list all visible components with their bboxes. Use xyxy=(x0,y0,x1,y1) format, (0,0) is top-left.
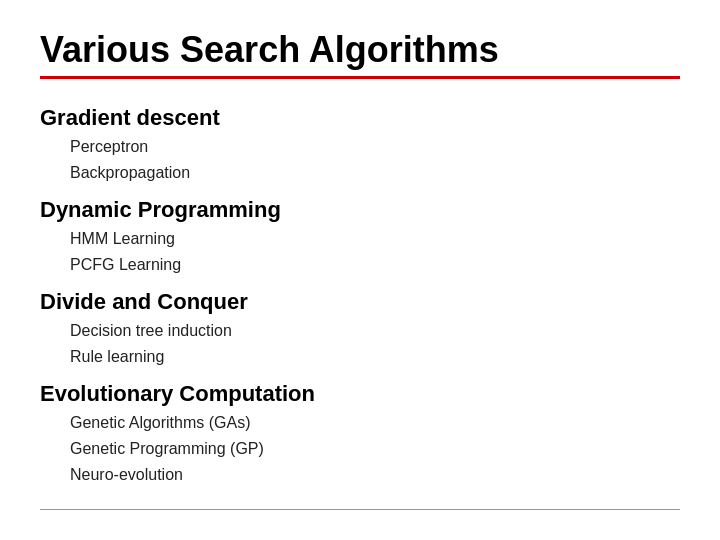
title-section: Various Search Algorithms xyxy=(40,30,680,97)
bottom-divider xyxy=(40,509,680,511)
title-underline xyxy=(40,76,680,79)
section-header-evolutionary-computation: Evolutionary Computation xyxy=(40,381,680,407)
content-section: Gradient descent Perceptron Backpropagat… xyxy=(40,105,680,487)
list-item: Perceptron xyxy=(40,135,680,159)
list-item: PCFG Learning xyxy=(40,253,680,277)
list-item: Rule learning xyxy=(40,345,680,369)
list-item: Genetic Programming (GP) xyxy=(40,437,680,461)
slide-title: Various Search Algorithms xyxy=(40,30,680,70)
list-item: Backpropagation xyxy=(40,161,680,185)
section-header-gradient-descent: Gradient descent xyxy=(40,105,680,131)
list-item: HMM Learning xyxy=(40,227,680,251)
section-header-divide-and-conquer: Divide and Conquer xyxy=(40,289,680,315)
slide-container: Various Search Algorithms Gradient desce… xyxy=(0,0,720,540)
list-item: Neuro-evolution xyxy=(40,463,680,487)
list-item: Genetic Algorithms (GAs) xyxy=(40,411,680,435)
list-item: Decision tree induction xyxy=(40,319,680,343)
section-header-dynamic-programming: Dynamic Programming xyxy=(40,197,680,223)
